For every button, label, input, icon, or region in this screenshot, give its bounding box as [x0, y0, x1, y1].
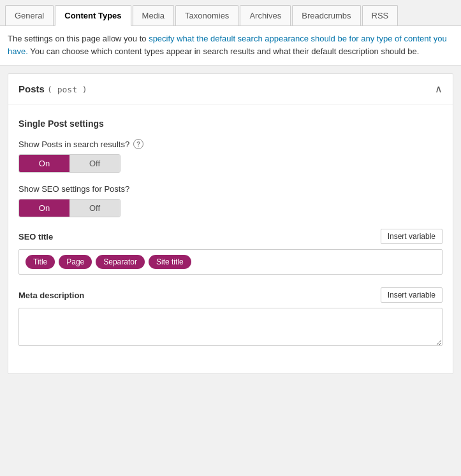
- tab-taxonomies[interactable]: Taxonomies: [175, 5, 238, 25]
- show-seo-on[interactable]: On: [19, 199, 70, 217]
- collapse-icon[interactable]: ∧: [435, 83, 443, 95]
- show-seo-toggle[interactable]: On Off: [18, 199, 121, 217]
- show-seo-row: Show SEO settings for Posts? On Off: [18, 184, 443, 217]
- posts-card: Posts ( post ) ∧ Single Post settings Sh…: [8, 73, 453, 374]
- posts-card-header: Posts ( post ) ∧: [8, 74, 453, 105]
- meta-description-header: Meta description Insert variable: [18, 287, 443, 303]
- seo-title-chips-input[interactable]: Title Page Separator Site title: [18, 249, 443, 275]
- tab-rss[interactable]: RSS: [362, 5, 399, 25]
- tab-general[interactable]: General: [5, 5, 54, 25]
- chip-page[interactable]: Page: [59, 255, 92, 269]
- show-in-search-off[interactable]: Off: [70, 155, 120, 172]
- show-in-search-help-icon[interactable]: ?: [133, 139, 143, 149]
- show-in-search-row: Show Posts in search results? ? On Off: [18, 139, 443, 173]
- show-seo-label-row: Show SEO settings for Posts?: [18, 184, 443, 194]
- show-in-search-on[interactable]: On: [19, 155, 70, 172]
- tab-archives[interactable]: Archives: [240, 5, 291, 25]
- meta-description-textarea[interactable]: [18, 308, 443, 346]
- seo-title-label: SEO title: [18, 232, 53, 242]
- post-type-label: ( post ): [47, 85, 87, 94]
- info-text-1: The settings on this page allow you to: [8, 34, 149, 43]
- chip-separator[interactable]: Separator: [96, 255, 145, 269]
- seo-title-row: SEO title Insert variable Title Page Sep…: [18, 229, 443, 275]
- chip-title[interactable]: Title: [26, 255, 55, 269]
- posts-card-body: Single Post settings Show Posts in searc…: [8, 105, 453, 373]
- chip-site-title[interactable]: Site title: [149, 255, 191, 269]
- info-bar: The settings on this page allow you to s…: [0, 26, 461, 66]
- show-in-search-label-row: Show Posts in search results? ?: [18, 139, 443, 149]
- meta-description-row: Meta description Insert variable: [18, 287, 443, 348]
- tab-bar: General Content Types Media Taxonomies A…: [0, 0, 461, 26]
- show-in-search-toggle[interactable]: On Off: [18, 154, 121, 173]
- posts-card-title: Posts ( post ): [18, 83, 87, 94]
- tab-breadcrumbs[interactable]: Breadcrumbs: [292, 5, 360, 25]
- show-seo-label: Show SEO settings for Posts?: [18, 184, 129, 194]
- tab-media[interactable]: Media: [133, 5, 174, 25]
- show-in-search-label: Show Posts in search results?: [18, 140, 129, 149]
- info-text-2: You can choose which content types appea…: [28, 47, 420, 56]
- seo-title-insert-variable-button[interactable]: Insert variable: [381, 229, 443, 244]
- tab-content-types[interactable]: Content Types: [55, 5, 131, 26]
- seo-title-header: SEO title Insert variable: [18, 229, 443, 244]
- meta-description-insert-variable-button[interactable]: Insert variable: [381, 287, 443, 303]
- main-content: Posts ( post ) ∧ Single Post settings Sh…: [0, 66, 461, 382]
- posts-title-text: Posts: [18, 83, 45, 94]
- show-seo-off[interactable]: Off: [70, 199, 120, 217]
- single-post-settings-title: Single Post settings: [18, 119, 443, 129]
- meta-description-label: Meta description: [18, 291, 84, 300]
